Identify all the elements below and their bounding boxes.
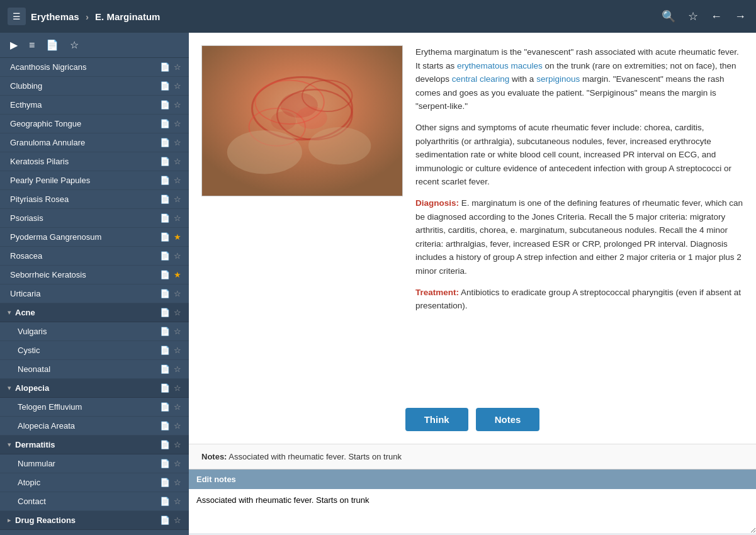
sidebar-item-label: Ecthyma	[10, 100, 160, 110]
sidebar-item[interactable]: Pearly Penile Papules 📄 ☆	[0, 171, 189, 190]
sidebar-item[interactable]: Keratosis Pilaris 📄 ☆	[0, 152, 189, 171]
star-icon[interactable]: ☆	[174, 157, 181, 166]
doc-icon[interactable]: 📄	[160, 119, 170, 128]
doc-icon[interactable]: 📄	[160, 440, 170, 449]
star-icon[interactable]: ☆	[174, 308, 181, 317]
erythematous-macules-link[interactable]: erythematous macules	[457, 61, 543, 70]
star-icon[interactable]: ☆	[174, 327, 181, 336]
doc-icon[interactable]: 📄	[160, 62, 170, 72]
star-icon[interactable]: ☆	[174, 119, 181, 128]
doc-icon[interactable]: 📄	[160, 270, 170, 279]
star-icon[interactable]: ☆	[174, 176, 181, 185]
sidebar-category[interactable]: ▾ Alopecia 📄 ☆	[0, 379, 189, 398]
sidebar-item[interactable]: Acanthosis Nigricans 📄 ☆	[0, 58, 189, 77]
doc-icon[interactable]: 📄	[160, 289, 170, 298]
doc-icon[interactable]: 📄	[160, 383, 170, 393]
breadcrumb-current: E. Marginatum	[95, 11, 160, 22]
star-icon[interactable]: ☆	[174, 421, 181, 431]
star-icon[interactable]: ☆	[174, 251, 181, 261]
new-doc-button[interactable]: 📄	[43, 38, 61, 52]
star-icon[interactable]: ☆	[174, 459, 181, 468]
doc-icon[interactable]: 📄	[160, 81, 170, 91]
star-icon[interactable]: ☆	[174, 213, 181, 223]
sidebar-sub-item[interactable]: Nummular 📄 ☆	[0, 454, 189, 473]
star-icon[interactable]: ★	[174, 232, 181, 242]
star-icon[interactable]: ★	[174, 270, 181, 279]
star-icon[interactable]: ☆	[174, 62, 181, 72]
doc-icon[interactable]: 📄	[160, 251, 170, 261]
list-view-button[interactable]: ≡	[26, 38, 37, 52]
content-buttons: Think Notes	[189, 408, 756, 444]
sidebar-category[interactable]: ▾ Acne 📄 ☆	[0, 303, 189, 322]
collapse-button[interactable]: ▶	[8, 38, 20, 52]
diagnosis-label: Diagnosis:	[415, 198, 459, 208]
star-icon[interactable]: ☆	[174, 289, 181, 298]
doc-icon[interactable]: 📄	[160, 157, 170, 166]
star-icon[interactable]: ☆	[174, 194, 181, 204]
sidebar-item[interactable]: Rosacea 📄 ☆	[0, 247, 189, 266]
star-button[interactable]: ☆	[685, 7, 701, 26]
doc-icon[interactable]: 📄	[160, 232, 170, 242]
sidebar-category[interactable]: ▾ Dermatitis 📄 ☆	[0, 436, 189, 454]
sidebar-category[interactable]: ▸ Drug Reactions 📄 ☆	[0, 511, 189, 530]
sidebar-item-label: Granuloma Annulare	[10, 138, 160, 147]
star-icon[interactable]: ☆	[174, 402, 181, 412]
menu-button[interactable]: ☰	[8, 8, 26, 25]
star-icon[interactable]: ☆	[174, 497, 181, 506]
star-icon[interactable]: ☆	[174, 364, 181, 374]
doc-icon[interactable]: 📄	[160, 478, 170, 487]
central-clearing-link[interactable]: central clearing	[452, 74, 510, 84]
category-toggle: ▾	[8, 441, 11, 449]
sidebar-item[interactable]: Clubbing 📄 ☆	[0, 77, 189, 96]
forward-button[interactable]: →	[732, 8, 748, 26]
doc-icon[interactable]: 📄	[160, 346, 170, 355]
star-icon[interactable]: ☆	[174, 100, 181, 110]
doc-icon[interactable]: 📄	[160, 364, 170, 374]
sidebar-item[interactable]: Pityriasis Rosea 📄 ☆	[0, 190, 189, 209]
sidebar-sub-item[interactable]: Atopic 📄 ☆	[0, 473, 189, 492]
category-toggle: ▸	[8, 516, 11, 524]
doc-icon[interactable]: 📄	[160, 308, 170, 317]
doc-icon[interactable]: 📄	[160, 194, 170, 204]
star-icon[interactable]: ☆	[174, 515, 181, 525]
star-icon[interactable]: ☆	[174, 478, 181, 487]
star-icon[interactable]: ☆	[174, 383, 181, 393]
sidebar-item[interactable]: Urticaria 📄 ☆	[0, 284, 189, 303]
doc-icon[interactable]: 📄	[160, 176, 170, 185]
doc-icon[interactable]: 📄	[160, 327, 170, 336]
breadcrumb-root[interactable]: Erythemas	[31, 11, 79, 22]
sidebar-sub-item[interactable]: Contact 📄 ☆	[0, 492, 189, 511]
sidebar-sub-item[interactable]: Cystic 📄 ☆	[0, 341, 189, 360]
star-icon[interactable]: ☆	[174, 81, 181, 91]
sidebar-item[interactable]: Granuloma Annulare 📄 ☆	[0, 133, 189, 152]
doc-icon[interactable]: 📄	[160, 497, 170, 506]
serpiginous-link[interactable]: serpiginous	[536, 74, 580, 84]
doc-icon[interactable]: 📄	[160, 459, 170, 468]
back-button[interactable]: ←	[708, 8, 725, 26]
star-icon[interactable]: ☆	[174, 138, 181, 147]
doc-icon[interactable]: 📄	[160, 213, 170, 223]
doc-icon[interactable]: 📄	[160, 421, 170, 431]
doc-icon[interactable]: 📄	[160, 100, 170, 110]
favorites-button[interactable]: ☆	[67, 38, 81, 52]
sidebar-sub-item-label: Vulgaris	[18, 327, 160, 336]
sidebar-item[interactable]: Seborrheic Keratosis 📄 ★	[0, 266, 189, 284]
sidebar-item[interactable]: Pyoderma Gangrenosum 📄 ★	[0, 228, 189, 247]
sidebar-sub-item[interactable]: Telogen Effluvium 📄 ☆	[0, 398, 189, 417]
edit-notes-textarea[interactable]	[189, 489, 756, 533]
doc-icon[interactable]: 📄	[160, 402, 170, 412]
think-button[interactable]: Think	[405, 408, 468, 431]
star-icon[interactable]: ☆	[174, 440, 181, 449]
star-icon[interactable]: ☆	[174, 346, 181, 355]
doc-icon[interactable]: 📄	[160, 138, 170, 147]
sidebar-item[interactable]: Geographic Tongue 📄 ☆	[0, 115, 189, 133]
sidebar-sub-item[interactable]: Vulgaris 📄 ☆	[0, 322, 189, 341]
sidebar-item[interactable]: Psoriasis 📄 ☆	[0, 209, 189, 228]
notes-button[interactable]: Notes	[476, 408, 540, 431]
notes-text: Associated with rheumatic fever. Starts …	[227, 452, 401, 461]
search-button[interactable]: 🔍	[659, 7, 678, 26]
sidebar-sub-item[interactable]: Alopecia Areata 📄 ☆	[0, 417, 189, 436]
sidebar-item[interactable]: Ecthyma 📄 ☆	[0, 96, 189, 115]
sidebar-sub-item[interactable]: Neonatal 📄 ☆	[0, 360, 189, 379]
doc-icon[interactable]: 📄	[160, 515, 170, 525]
